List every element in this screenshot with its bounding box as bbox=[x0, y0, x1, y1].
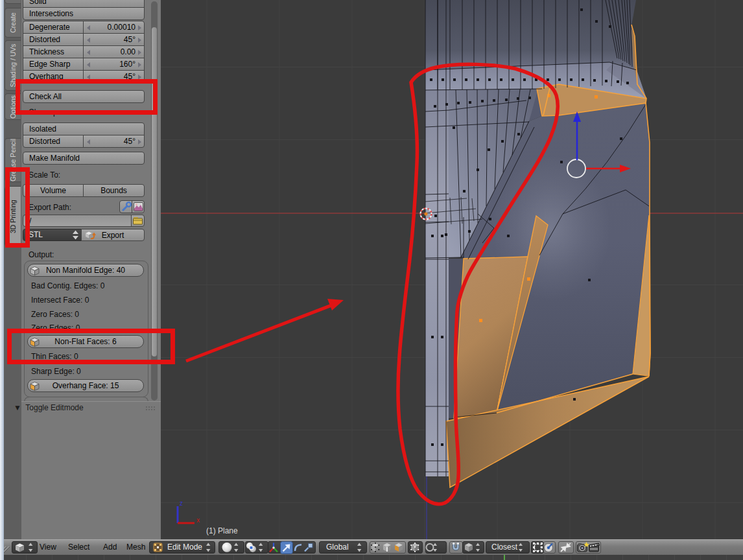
svg-text:x: x bbox=[196, 517, 200, 524]
svg-text:(1) Plane: (1) Plane bbox=[206, 526, 238, 535]
svg-text:z: z bbox=[180, 500, 183, 507]
